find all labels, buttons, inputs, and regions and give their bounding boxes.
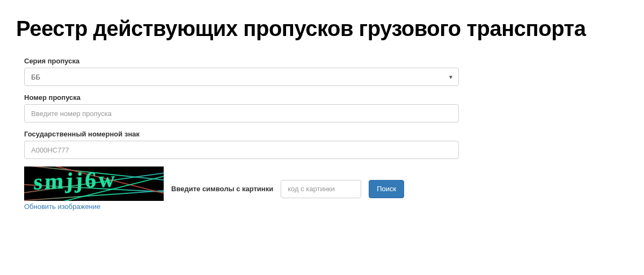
captcha-label: Введите символы с картинки bbox=[171, 185, 273, 193]
captcha-box: smjj6w Обновить изображение bbox=[24, 167, 164, 211]
series-select[interactable]: ББ bbox=[24, 68, 459, 86]
field-series: Серия пропуска ББ ▼ bbox=[24, 57, 459, 86]
captcha-refresh-link[interactable]: Обновить изображение bbox=[24, 202, 100, 211]
captcha-row: smjj6w Обновить изображение Введите симв… bbox=[24, 167, 459, 211]
field-number: Номер пропуска bbox=[24, 93, 459, 122]
field-plate: Государственный номерной знак bbox=[24, 130, 459, 159]
number-input[interactable] bbox=[24, 104, 459, 122]
captcha-image: smjj6w bbox=[24, 167, 164, 201]
captcha-text: smjj6w bbox=[33, 167, 118, 195]
captcha-input[interactable] bbox=[281, 180, 361, 198]
plate-label: Государственный номерной знак bbox=[24, 130, 459, 138]
plate-input[interactable] bbox=[24, 141, 459, 159]
page-title: Реестр действующих пропусков грузового т… bbox=[0, 0, 644, 52]
number-label: Номер пропуска bbox=[24, 93, 459, 102]
series-label: Серия пропуска bbox=[24, 57, 459, 65]
search-button[interactable]: Поиск bbox=[369, 180, 404, 198]
search-form: Серия пропуска ББ ▼ Номер пропуска Госуд… bbox=[0, 52, 483, 222]
